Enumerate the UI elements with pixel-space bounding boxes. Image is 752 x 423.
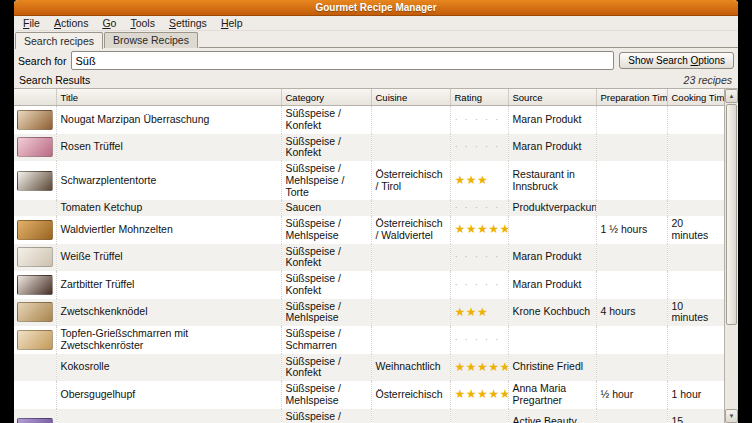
recipe-title: Topfen-Grießschmarren mit Zwetschkenröst… bbox=[56, 326, 281, 354]
recipe-thumbnail-cell bbox=[14, 354, 56, 382]
recipe-rating: · · · · · bbox=[450, 409, 508, 423]
recipe-source: Restaurant in Innsbruck bbox=[508, 161, 596, 200]
search-results-label: Search Results bbox=[19, 74, 90, 86]
recipe-prep-time bbox=[596, 161, 667, 200]
recipe-row[interactable]: Weiße TrüffelSüßspeise / Konfekt· · · · … bbox=[14, 244, 724, 272]
recipe-thumbnail-cell bbox=[14, 326, 56, 354]
rating-empty: · · · · · bbox=[455, 114, 501, 125]
recipe-cook-time bbox=[667, 244, 724, 272]
recipe-row[interactable]: Topfen-Grießschmarren mit Zwetschkenröst… bbox=[14, 326, 724, 354]
rating-stars: ★★★★★ bbox=[455, 222, 509, 236]
recipe-title-text: Rosen Trüffel bbox=[61, 141, 123, 153]
recipe-row[interactable]: Nougat Marzipan ÜberraschungSüßspeise / … bbox=[14, 106, 724, 134]
recipe-cuisine bbox=[371, 200, 450, 216]
recipe-title: Zwetschkenknödel bbox=[56, 299, 281, 327]
recipe-prep-time bbox=[596, 354, 667, 382]
column-header-title[interactable]: Title bbox=[56, 89, 281, 106]
recipe-thumbnail-cell bbox=[14, 216, 56, 244]
search-input[interactable] bbox=[71, 51, 614, 70]
menu-settings[interactable]: Settings bbox=[162, 17, 214, 29]
window-titlebar[interactable]: Gourmet Recipe Manager bbox=[14, 0, 738, 16]
menu-file[interactable]: File bbox=[16, 17, 47, 29]
recipe-thumbnail-cell bbox=[14, 381, 56, 409]
column-header-cooking-time[interactable]: Cooking Time bbox=[667, 89, 724, 106]
scroll-down-button[interactable]: ▼ bbox=[725, 409, 738, 423]
column-header-source[interactable]: Source bbox=[508, 89, 596, 106]
window-title: Gourmet Recipe Manager bbox=[315, 2, 436, 13]
results-table-body: Nougat Marzipan ÜberraschungSüßspeise / … bbox=[14, 106, 724, 423]
recipe-row[interactable]: SchwarzplententorteSüßspeise / Mehlspeis… bbox=[14, 161, 724, 200]
rating-empty: · · · · · bbox=[455, 279, 501, 290]
recipe-cuisine bbox=[371, 106, 450, 134]
scroll-up-button[interactable]: ▲ bbox=[725, 89, 738, 103]
menu-go[interactable]: Go bbox=[95, 17, 123, 29]
recipe-rating: · · · · · bbox=[450, 106, 508, 134]
recipe-thumbnail bbox=[17, 275, 53, 295]
recipe-title: Obersgugelhupf bbox=[56, 381, 281, 409]
table-header-row: TitleCategoryCuisineRatingSourcePreparat… bbox=[14, 89, 724, 106]
recipe-category: Süßspeise / Konfekt bbox=[281, 106, 371, 134]
recipe-title: Rosen Trüffel bbox=[56, 134, 281, 162]
results-table-viewport: TitleCategoryCuisineRatingSourcePreparat… bbox=[14, 89, 724, 423]
recipe-source: Anna Maria Pregartner bbox=[508, 381, 596, 409]
tab-search-recipes[interactable]: Search recipes bbox=[15, 32, 103, 49]
vertical-scrollbar[interactable]: ▲ ▼ bbox=[724, 89, 738, 423]
recipe-row[interactable]: ObersgugelhupfSüßspeise / MehlspeiseÖste… bbox=[14, 381, 724, 409]
rating-stars: ★★★ bbox=[455, 173, 489, 187]
recipe-prep-time bbox=[596, 326, 667, 354]
column-header-rating[interactable]: Rating bbox=[450, 89, 508, 106]
recipe-title-text: Tomaten Ketchup bbox=[61, 202, 143, 214]
results-header: Search Results 23 recipes bbox=[14, 73, 738, 88]
recipe-title-text: Nougat Marzipan Überraschung bbox=[61, 114, 210, 126]
recipe-row[interactable]: KokosrolleSüßspeise / KonfektWeihnachtli… bbox=[14, 354, 724, 382]
recipe-thumbnail bbox=[17, 220, 53, 240]
recipe-row[interactable]: LavendeltörtchenSüßspeise / Mehlspeise /… bbox=[14, 409, 724, 423]
column-header-category[interactable]: Category bbox=[281, 89, 371, 106]
recipe-category: Süßspeise / Konfekt bbox=[281, 134, 371, 162]
recipe-row[interactable]: Zartbitter TrüffelSüßspeise / Konfekt· ·… bbox=[14, 271, 724, 299]
recipe-thumbnail bbox=[17, 247, 53, 267]
rating-stars: ★★★★★ bbox=[455, 387, 509, 401]
recipe-title: Zartbitter Trüffel bbox=[56, 271, 281, 299]
recipe-category: Süßspeise / Mehlspeise / Muffins bbox=[281, 409, 371, 423]
menu-actions[interactable]: Actions bbox=[47, 17, 95, 29]
rating-empty: · · · · · bbox=[455, 251, 501, 262]
column-header-preparation-time[interactable]: Preparation Time bbox=[596, 89, 667, 106]
column-header-cuisine[interactable]: Cuisine bbox=[371, 89, 450, 106]
recipe-category: Saucen bbox=[281, 200, 371, 216]
show-search-options-button[interactable]: Show Search Options bbox=[619, 52, 734, 69]
recipe-row[interactable]: Rosen TrüffelSüßspeise / Konfekt· · · · … bbox=[14, 134, 724, 162]
scrollbar-trough[interactable] bbox=[726, 104, 737, 408]
menu-help[interactable]: Help bbox=[214, 17, 250, 29]
recipe-prep-time bbox=[596, 200, 667, 216]
recipe-source: Maran Produkt bbox=[508, 134, 596, 162]
recipe-cook-time: 20 minutes bbox=[667, 216, 724, 244]
recipe-rating: ★★★ bbox=[450, 299, 508, 327]
recipe-title: Schwarzplententorte bbox=[56, 161, 281, 200]
menu-tools[interactable]: Tools bbox=[123, 17, 162, 29]
tab-browse-recipes[interactable]: Browse Recipes bbox=[104, 32, 198, 48]
recipe-rating: ★★★ bbox=[450, 161, 508, 200]
recipe-prep-time bbox=[596, 106, 667, 134]
recipe-row[interactable]: ZwetschkenknödelSüßspeise / Mehlspeise★★… bbox=[14, 299, 724, 327]
tab-bar-filler bbox=[199, 30, 738, 48]
recipe-prep-time bbox=[596, 271, 667, 299]
tab-bar: Search recipes Browse Recipes bbox=[14, 31, 738, 48]
recipe-title-text: Weiße Trüffel bbox=[61, 251, 123, 263]
rating-empty: · · · · · bbox=[455, 202, 501, 213]
recipe-cuisine: Österreichisch / Waldviertel bbox=[371, 216, 450, 244]
recipe-category: Süßspeise / Mehlspeise bbox=[281, 216, 371, 244]
recipe-title: Lavendeltörtchen bbox=[56, 409, 281, 423]
recipe-source: Maran Produkt bbox=[508, 271, 596, 299]
recipe-cook-time: 1 hour bbox=[667, 381, 724, 409]
recipe-title-text: Obersgugelhupf bbox=[61, 389, 136, 401]
recipe-cuisine bbox=[371, 299, 450, 327]
recipe-source: Christine Friedl bbox=[508, 354, 596, 382]
recipe-category: Süßspeise / Mehlspeise bbox=[281, 299, 371, 327]
recipe-thumbnail-cell bbox=[14, 161, 56, 200]
recipe-thumbnail-cell bbox=[14, 134, 56, 162]
recipe-row[interactable]: Waldviertler MohnzeltenSüßspeise / Mehls… bbox=[14, 216, 724, 244]
recipe-title-text: Zwetschkenknödel bbox=[61, 306, 148, 318]
recipe-row[interactable]: Tomaten KetchupSaucen· · · · ·Produktver… bbox=[14, 200, 724, 216]
scrollbar-thumb[interactable] bbox=[726, 104, 737, 325]
